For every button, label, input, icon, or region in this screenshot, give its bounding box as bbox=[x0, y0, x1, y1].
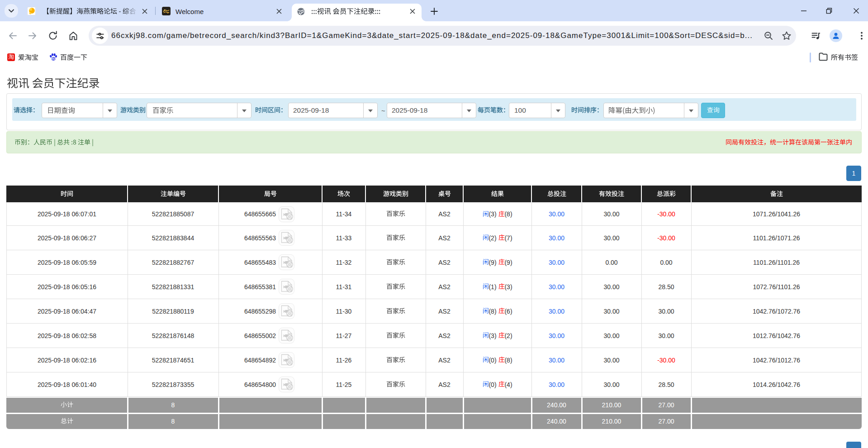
svg-text:du: du bbox=[52, 57, 55, 60]
